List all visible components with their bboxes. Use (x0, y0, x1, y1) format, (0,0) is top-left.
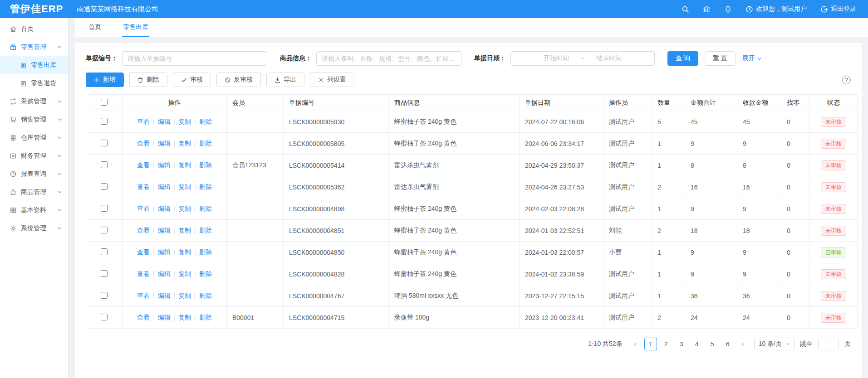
date-range-picker[interactable]: 开始时间 ~ 结束时间 (510, 51, 655, 66)
sidebar-item-home[interactable]: 首页 (0, 20, 68, 38)
row-action-edit[interactable]: 编辑 (157, 314, 171, 321)
page-button-2[interactable]: 2 (660, 338, 672, 350)
row-action-edit[interactable]: 编辑 (157, 292, 171, 299)
row-action-copy[interactable]: 复制 (178, 140, 191, 147)
search-button[interactable]: 查 询 (667, 51, 698, 66)
page-button-5[interactable]: 5 (706, 338, 719, 350)
cell-qty: 2 (652, 220, 685, 242)
reset-button[interactable]: 重 置 (705, 51, 736, 66)
page-button-1[interactable]: 1 (644, 338, 657, 350)
row-checkbox[interactable] (101, 270, 108, 277)
row-action-view[interactable]: 查看 (137, 292, 150, 299)
sidebar-item-retail-management[interactable]: 零售管理 (0, 38, 68, 56)
row-action-view[interactable]: 查看 (137, 161, 150, 169)
row-action-delete[interactable]: 删除 (199, 227, 212, 234)
row-checkbox[interactable] (101, 183, 108, 190)
bell-icon[interactable] (724, 5, 732, 13)
row-action-view[interactable]: 查看 (137, 227, 150, 234)
row-action-edit[interactable]: 编辑 (157, 118, 171, 125)
row-action-view[interactable]: 查看 (137, 140, 150, 147)
sidebar-item-sales-management[interactable]: 销售管理 (0, 111, 68, 129)
page-button-6[interactable]: 6 (721, 338, 734, 350)
sidebar-item-goods-management[interactable]: 商品管理 (0, 183, 68, 201)
row-action-edit[interactable]: 编辑 (157, 140, 171, 147)
row-action-delete[interactable]: 删除 (199, 183, 212, 190)
row-action-copy[interactable]: 复制 (178, 227, 191, 234)
row-action-view[interactable]: 查看 (137, 183, 150, 190)
page-button-4[interactable]: 4 (691, 338, 703, 350)
row-checkbox[interactable] (101, 118, 108, 125)
row-action-copy[interactable]: 复制 (178, 292, 191, 299)
sidebar-item-system-management[interactable]: 系统管理 (0, 219, 68, 237)
welcome-user[interactable]: 欢迎您，测试用户 (745, 5, 807, 13)
row-checkbox[interactable] (101, 292, 108, 299)
sidebar-item-warehouse-management[interactable]: 仓库管理 (0, 129, 68, 147)
add-button[interactable]: 新增 (86, 73, 124, 87)
bill-no-input[interactable] (122, 51, 267, 66)
sidebar-item-retail-outbound[interactable]: 零售出库 (0, 56, 68, 74)
jump-page-input[interactable] (818, 338, 839, 350)
row-checkbox[interactable] (101, 161, 108, 168)
row-action-copy[interactable]: 复制 (178, 118, 191, 125)
row-checkbox[interactable] (101, 314, 108, 320)
select-all-checkbox[interactable] (101, 99, 108, 106)
row-action-copy[interactable]: 复制 (178, 183, 191, 190)
row-action-view[interactable]: 查看 (137, 270, 150, 277)
row-action-view[interactable]: 查看 (137, 118, 150, 125)
row-checkbox[interactable] (101, 140, 108, 146)
row-action-edit[interactable]: 编辑 (157, 205, 171, 212)
sidebar-item-finance-management[interactable]: 财务管理 (0, 147, 68, 165)
row-action-copy[interactable]: 复制 (178, 314, 191, 321)
page-button-3[interactable]: 3 (675, 338, 688, 350)
prev-page-icon[interactable] (630, 338, 642, 350)
row-action-edit[interactable]: 编辑 (157, 270, 171, 277)
action-toolbar: 新增 删除 审核 反审核 (86, 73, 851, 87)
row-action-view[interactable]: 查看 (137, 314, 150, 321)
row-checkbox[interactable] (101, 205, 108, 212)
row-checkbox[interactable] (101, 248, 108, 255)
row-action-copy[interactable]: 复制 (178, 161, 191, 169)
row-action-edit[interactable]: 编辑 (157, 227, 171, 234)
row-action-delete[interactable]: 删除 (199, 270, 212, 277)
row-action-view[interactable]: 查看 (137, 248, 150, 256)
bank-icon[interactable] (703, 5, 711, 13)
row-action-delete[interactable]: 删除 (199, 118, 212, 125)
column-settings-button[interactable]: 列设置 (310, 73, 354, 87)
row-action-edit[interactable]: 编辑 (157, 161, 171, 169)
sidebar-item-retail-return[interactable]: 零售退货 (0, 74, 68, 92)
unaudit-button[interactable]: 反审核 (216, 73, 261, 87)
expand-link[interactable]: 展开 (742, 54, 762, 63)
page-size-select[interactable]: 10 条/页 (754, 338, 794, 350)
tab-retail-outbound[interactable]: 零售出库 (122, 18, 149, 37)
export-button[interactable]: 导出 (266, 73, 304, 87)
row-action-delete[interactable]: 删除 (199, 140, 212, 147)
clock-icon (745, 5, 753, 13)
search-icon[interactable] (682, 5, 689, 13)
help-icon[interactable]: ? (842, 76, 851, 84)
sidebar-item-basic-data[interactable]: 基本资料 (0, 201, 68, 219)
row-action-edit[interactable]: 编辑 (157, 183, 171, 190)
audit-button[interactable]: 审核 (173, 73, 211, 87)
col-header-actions: 操作 (123, 95, 227, 111)
row-action-copy[interactable]: 复制 (178, 248, 191, 256)
sidebar-item-purchase-management[interactable]: 采购管理 (0, 92, 68, 111)
cell-change: 0 (781, 285, 810, 307)
row-action-copy[interactable]: 复制 (178, 270, 191, 277)
logout-text: 退出登录 (831, 5, 856, 13)
status-badge: 未审核 (821, 160, 846, 170)
row-action-delete[interactable]: 删除 (199, 292, 212, 299)
row-checkbox[interactable] (101, 227, 108, 233)
next-page-icon[interactable] (737, 338, 749, 350)
sidebar-item-report-query[interactable]: 报表查询 (0, 165, 68, 183)
row-action-delete[interactable]: 删除 (199, 205, 212, 212)
product-input[interactable] (316, 51, 461, 66)
row-action-view[interactable]: 查看 (137, 205, 150, 212)
row-action-delete[interactable]: 删除 (199, 161, 212, 169)
delete-button[interactable]: 删除 (129, 73, 167, 87)
row-action-delete[interactable]: 删除 (199, 314, 212, 321)
row-action-edit[interactable]: 编辑 (157, 248, 171, 256)
tab-home[interactable]: 首页 (88, 18, 102, 37)
row-action-delete[interactable]: 删除 (199, 248, 212, 256)
logout-button[interactable]: 退出登录 (820, 5, 856, 13)
row-action-copy[interactable]: 复制 (178, 205, 191, 212)
